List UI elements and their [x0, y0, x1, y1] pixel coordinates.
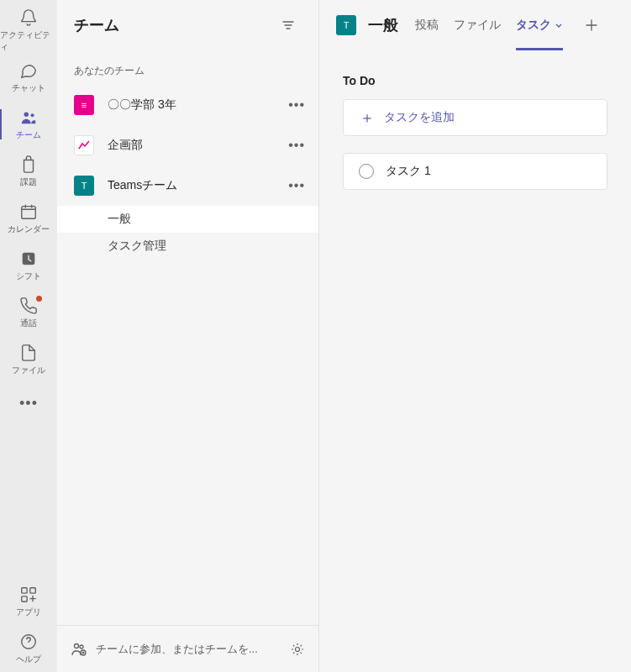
teams-sidebar: チーム あなたのチーム ≡〇〇学部 3年•••企画部•••TTeamsチーム••…	[57, 0, 319, 672]
rail-item-assignments[interactable]: 課題	[0, 148, 57, 195]
tab-label: 投稿	[415, 18, 439, 33]
help-icon	[18, 632, 39, 652]
add-tab-button[interactable]	[585, 18, 598, 32]
rail-label: アクティビティ	[0, 29, 57, 53]
add-task-button[interactable]: ＋ タスクを追加	[343, 99, 607, 136]
tab-タスク[interactable]: タスク	[516, 0, 563, 50]
footer-text: チームに参加、またはチームを...	[96, 642, 290, 657]
rail-label: アプリ	[16, 606, 41, 618]
rail-label: カレンダー	[8, 223, 50, 235]
rail-item-calendar[interactable]: カレンダー	[0, 195, 57, 242]
sidebar-title: チーム	[74, 15, 119, 35]
tab-ファイル[interactable]: ファイル	[454, 0, 501, 50]
todo-section-title: To Do	[343, 74, 607, 87]
rail-item-teams[interactable]: チーム	[0, 101, 57, 148]
gear-icon[interactable]	[290, 642, 305, 657]
filter-button[interactable]	[275, 12, 302, 39]
join-team-icon	[71, 641, 87, 658]
svg-point-9	[80, 645, 83, 648]
svg-point-8	[75, 643, 79, 648]
team-name: Teamsチーム	[108, 178, 285, 193]
tab-投稿[interactable]: 投稿	[415, 0, 439, 50]
channel-header: T 一般 投稿ファイルタスク	[319, 0, 631, 50]
filter-icon	[281, 18, 295, 32]
svg-point-11	[296, 647, 300, 651]
team-more-button[interactable]: •••	[285, 138, 308, 153]
rail-more-button[interactable]: •••	[0, 383, 57, 423]
svg-point-0	[24, 113, 29, 118]
team-avatar	[74, 135, 94, 155]
section-label: あなたのチーム	[57, 50, 318, 85]
content-body: To Do ＋ タスクを追加 タスク 1	[319, 50, 631, 672]
rail-label: 課題	[20, 176, 37, 188]
channel-row[interactable]: タスク管理	[57, 233, 318, 260]
sidebar-header: チーム	[57, 0, 318, 50]
rail-item-calls[interactable]: 通話	[0, 289, 57, 336]
team-name: 〇〇学部 3年	[108, 97, 285, 113]
sidebar-footer[interactable]: チームに参加、またはチームを...	[57, 625, 318, 672]
plus-icon	[585, 18, 598, 32]
team-more-button[interactable]: •••	[285, 97, 308, 113]
app-rail: アクティビティチャットチーム課題カレンダーシフト通話ファイル ••• アプリヘル…	[0, 0, 57, 672]
rail-item-apps[interactable]: アプリ	[0, 578, 57, 625]
team-avatar: T	[74, 176, 94, 196]
svg-rect-6	[22, 596, 27, 601]
chat-icon	[18, 60, 39, 81]
channel-title: 一般	[368, 15, 398, 35]
plus-icon: ＋	[359, 108, 376, 128]
channel-row[interactable]: 一般	[57, 206, 318, 233]
rail-label: チャット	[12, 82, 45, 94]
teams-icon	[18, 108, 39, 128]
task-item[interactable]: タスク 1	[343, 153, 607, 190]
task-label: タスク 1	[386, 164, 431, 179]
team-avatar: ≡	[74, 95, 94, 115]
chevron-down-icon	[555, 21, 563, 29]
rail-label: 通話	[20, 318, 37, 329]
svg-point-1	[31, 113, 34, 117]
add-task-label: タスクを追加	[384, 110, 455, 125]
team-name: 企画部	[108, 138, 285, 153]
svg-rect-5	[30, 588, 35, 593]
rail-item-bell[interactable]: アクティビティ	[0, 7, 57, 54]
channel-avatar: T	[336, 15, 356, 35]
bell-icon	[18, 8, 39, 28]
team-row[interactable]: 企画部•••	[57, 125, 318, 165]
rail-item-help[interactable]: ヘルプ	[0, 625, 57, 672]
assignments-icon	[18, 155, 39, 175]
task-checkbox[interactable]	[359, 164, 374, 179]
calendar-icon	[18, 202, 39, 222]
team-more-button[interactable]: •••	[285, 178, 308, 193]
rail-item-shifts[interactable]: シフト	[0, 242, 57, 289]
notification-dot	[36, 296, 42, 302]
svg-rect-4	[22, 588, 27, 593]
rail-item-chat[interactable]: チャット	[0, 54, 57, 101]
shifts-icon	[18, 249, 39, 269]
rail-item-files[interactable]: ファイル	[0, 336, 57, 383]
sidebar-body: あなたのチーム ≡〇〇学部 3年•••企画部•••TTeamsチーム•••一般タ…	[57, 50, 318, 625]
rail-label: チーム	[16, 129, 41, 141]
files-icon	[18, 343, 39, 363]
team-row[interactable]: ≡〇〇学部 3年•••	[57, 85, 318, 125]
apps-icon	[18, 585, 39, 605]
rail-label: シフト	[16, 270, 41, 282]
rail-label: ファイル	[12, 365, 45, 376]
channel-tabs: 投稿ファイルタスク	[415, 0, 563, 50]
rail-label: ヘルプ	[16, 654, 41, 665]
team-row[interactable]: TTeamsチーム•••	[57, 165, 318, 206]
svg-rect-2	[22, 207, 36, 219]
tab-label: タスク	[516, 18, 551, 33]
main-area: T 一般 投稿ファイルタスク To Do ＋ タスクを追加 タスク 1	[319, 0, 631, 672]
tab-label: ファイル	[454, 18, 501, 33]
